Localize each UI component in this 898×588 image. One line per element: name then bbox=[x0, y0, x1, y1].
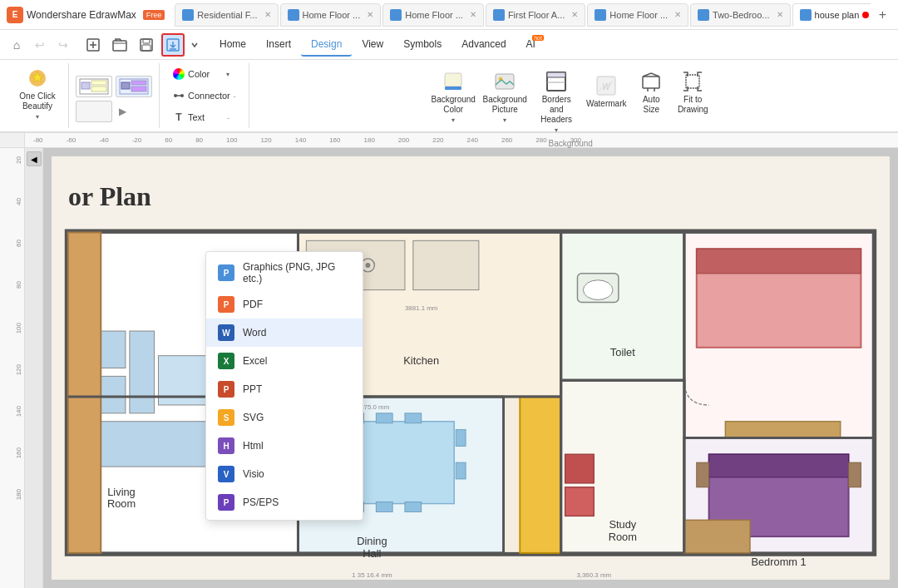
svg-text:Study: Study bbox=[609, 518, 636, 531]
export-ppt-item[interactable]: P PPT bbox=[206, 375, 363, 403]
export-ps-item[interactable]: P PS/EPS bbox=[206, 488, 363, 516]
html-label: Html bbox=[243, 440, 264, 452]
export-excel-item[interactable]: X Excel bbox=[206, 347, 363, 375]
svg-rect-12 bbox=[91, 81, 106, 85]
svg-text:3,360.3 mm: 3,360.3 mm bbox=[576, 572, 611, 580]
connector-icon bbox=[173, 90, 185, 101]
fit-drawing-btn[interactable]: Fit toDrawing bbox=[674, 67, 711, 118]
v-ruler-mark: 40 bbox=[15, 198, 22, 205]
watermark-btn[interactable]: W Watermark bbox=[585, 67, 628, 116]
tab-icon bbox=[288, 9, 299, 21]
tab-label: Two-Bedroo... bbox=[713, 10, 769, 20]
auto-size-label: AutoSize bbox=[643, 95, 660, 115]
style-thumb-3[interactable] bbox=[76, 101, 112, 122]
v-ruler-mark: 100 bbox=[15, 323, 22, 334]
menu-view[interactable]: View bbox=[352, 33, 393, 57]
tab-close[interactable]: ✕ bbox=[674, 10, 681, 19]
ps-label: PS/EPS bbox=[243, 497, 279, 508]
connector-label: Connector bbox=[188, 91, 230, 101]
tab-close[interactable]: ✕ bbox=[777, 10, 783, 19]
menu-symbols[interactable]: Symbols bbox=[393, 33, 451, 57]
menu-design[interactable]: Design bbox=[301, 33, 352, 57]
ruler-mark: 120 bbox=[260, 136, 271, 144]
menu-ai[interactable]: AI hot bbox=[516, 33, 545, 57]
svg-text:Room: Room bbox=[107, 498, 136, 511]
menu-home[interactable]: Home bbox=[210, 33, 256, 57]
svg-text:Room: Room bbox=[609, 531, 637, 543]
style-thumb-2[interactable] bbox=[116, 76, 152, 97]
pdf-label: PDF bbox=[243, 299, 263, 310]
svg-rect-75 bbox=[565, 487, 595, 516]
tab-close[interactable]: ✕ bbox=[571, 10, 578, 19]
ruler-mark: -80 bbox=[33, 136, 43, 144]
menu-insert[interactable]: Insert bbox=[256, 33, 301, 57]
auto-size-icon bbox=[639, 70, 663, 93]
svg-rect-73 bbox=[520, 397, 560, 553]
tab-icon bbox=[698, 9, 709, 21]
tab-close[interactable]: ✕ bbox=[367, 10, 373, 19]
text-btn[interactable]: T Text - bbox=[168, 108, 234, 126]
export-btn[interactable] bbox=[161, 33, 185, 57]
tab-home-floor-5[interactable]: Home Floor ... ✕ bbox=[587, 3, 688, 27]
color-content: Color ▾ Connector - T Text - bbox=[168, 63, 240, 128]
open-btn[interactable] bbox=[108, 33, 131, 57]
undo-btn[interactable]: ↩ bbox=[30, 35, 50, 55]
export-visio-item[interactable]: V Visio bbox=[206, 460, 363, 488]
fit-drawing-label: Fit toDrawing bbox=[678, 95, 708, 115]
borders-btn[interactable]: Borders andHeaders ▾ bbox=[533, 67, 580, 137]
style-thumb-1[interactable] bbox=[76, 76, 112, 97]
ruler-mark: 80 bbox=[195, 136, 203, 144]
save-btn[interactable] bbox=[135, 33, 158, 57]
ribbon-section-background: BackgroundColor ▾ BackgroundPicture ▾ Bo… bbox=[249, 63, 891, 128]
style-scroll-right[interactable]: ▶ bbox=[116, 101, 129, 122]
export-svg-item[interactable]: S SVG bbox=[206, 403, 363, 432]
tab-home-floor-2[interactable]: Home Floor ... ✕ bbox=[280, 3, 382, 27]
svg-text:Hall: Hall bbox=[363, 547, 381, 560]
add-tab-button[interactable]: + bbox=[874, 7, 891, 22]
sidebar-toggle-btn[interactable]: ◀ bbox=[27, 151, 42, 166]
auto-size-btn[interactable]: AutoSize bbox=[633, 67, 669, 118]
svg-rect-56 bbox=[697, 249, 861, 274]
tab-first-floor[interactable]: First Floor A... ✕ bbox=[486, 3, 585, 27]
ruler-mark: 300 bbox=[570, 136, 581, 144]
tab-label: Home Floor ... bbox=[609, 10, 668, 20]
svg-point-52 bbox=[583, 280, 613, 300]
one-click-beautify-btn[interactable]: One ClickBeautify ▾ bbox=[15, 63, 60, 124]
svg-rect-84 bbox=[684, 520, 750, 553]
tab-house-plan[interactable]: house plan bbox=[792, 3, 871, 27]
svg-rect-6 bbox=[142, 45, 150, 51]
tab-icon bbox=[595, 9, 606, 21]
tab-home-floor-3[interactable]: Home Floor ... ✕ bbox=[382, 3, 484, 27]
menu-advanced[interactable]: Advanced bbox=[451, 33, 516, 57]
ruler-corner bbox=[0, 133, 25, 147]
bg-color-arrow: ▾ bbox=[451, 116, 455, 124]
home-nav-btn[interactable]: ⌂ bbox=[7, 35, 27, 55]
hot-badge: hot bbox=[532, 35, 544, 41]
export-word-item[interactable]: W Word bbox=[206, 319, 363, 347]
tab-residential[interactable]: Residential F... ✕ bbox=[175, 3, 278, 27]
color-icon bbox=[173, 68, 185, 80]
export-arrow-btn[interactable] bbox=[188, 33, 201, 57]
ruler-mark: 260 bbox=[501, 136, 512, 144]
tab-close[interactable]: ✕ bbox=[264, 10, 271, 19]
tab-close[interactable]: ✕ bbox=[470, 10, 476, 19]
new-btn[interactable] bbox=[81, 33, 105, 57]
export-graphics-item[interactable]: P Graphics (PNG, JPG etc.) bbox=[206, 255, 363, 290]
tab-two-bedroom[interactable]: Two-Bedroo... ✕ bbox=[690, 3, 790, 27]
html-icon: H bbox=[218, 437, 234, 454]
bg-picture-btn[interactable]: BackgroundPicture ▾ bbox=[481, 67, 528, 127]
borders-icon bbox=[545, 70, 568, 93]
bg-color-btn[interactable]: BackgroundColor ▾ bbox=[430, 67, 476, 127]
connector-btn[interactable]: Connector - bbox=[168, 86, 240, 105]
color-btn[interactable]: Color ▾ bbox=[168, 65, 234, 83]
export-pdf-item[interactable]: P PDF bbox=[206, 290, 363, 319]
canvas-area[interactable]: or Plan Living Room bbox=[43, 148, 898, 588]
svg-rect-83 bbox=[849, 462, 861, 487]
svg-rect-31 bbox=[686, 75, 699, 88]
word-label: Word bbox=[243, 327, 266, 338]
redo-btn[interactable]: ↪ bbox=[53, 35, 73, 55]
text-arrow: - bbox=[227, 114, 229, 121]
export-html-item[interactable]: H Html bbox=[206, 432, 363, 460]
svg-rect-13 bbox=[91, 86, 106, 91]
svg-point-19 bbox=[180, 94, 184, 97]
